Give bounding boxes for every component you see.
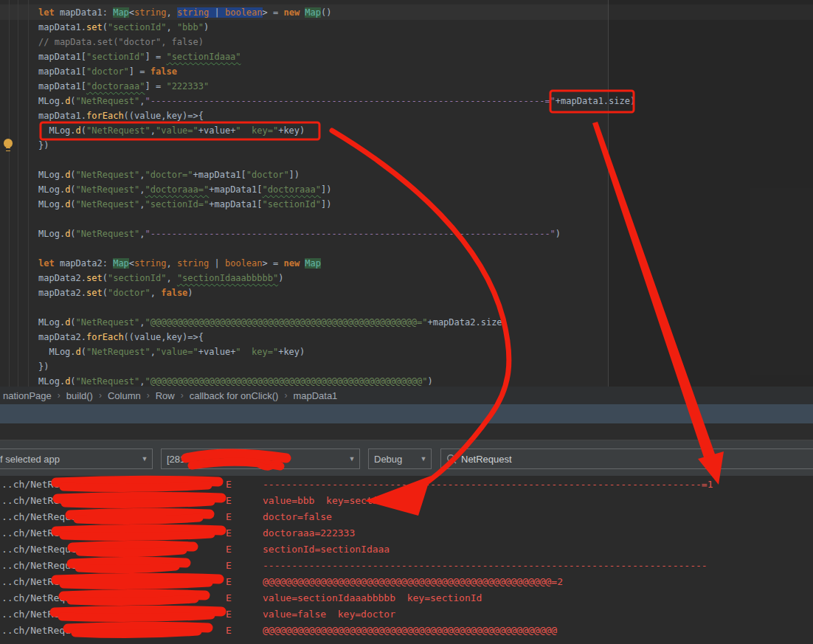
chevron-right-icon: › — [181, 390, 184, 401]
app-filter-dropdown[interactable]: f selected app ▼ — [0, 449, 153, 469]
log-message: @@@@@@@@@@@@@@@@@@@@@@@@@@@@@@@@@@@@@@@@… — [263, 574, 813, 590]
code-token: , — [151, 125, 156, 136]
code-line[interactable]: MLog.d("NetRequest","doctor="+mapData1["… — [0, 167, 813, 182]
code-line[interactable]: let mapData2: Map<string, string | boole… — [0, 256, 813, 271]
log-row[interactable]: ..ch/NetRequestEsectionId=sectionIdaaa — [0, 541, 813, 558]
code-token: "@@@@@@@@@@@@@@@@@@@@@@@@@@@@@@@@@@@@@@@… — [145, 317, 428, 328]
log-message: @@@@@@@@@@@@@@@@@@@@@@@@@@@@@@@@@@@@@@@@… — [263, 623, 813, 639]
log-row[interactable]: ..ch/NetRequestE------------------------… — [0, 558, 813, 574]
log-search-field[interactable]: NetRequest — [440, 449, 813, 469]
tool-window-header[interactable] — [0, 404, 813, 423]
code-token: ( — [103, 273, 108, 283]
code-token: ( — [70, 199, 75, 210]
code-line[interactable]: MLog.d("NetRequest","doctoraaa="+mapData… — [0, 182, 813, 197]
code-line[interactable]: MLog.d("NetRequest","sectionId="+mapData… — [0, 197, 813, 212]
code-line[interactable] — [0, 153, 813, 167]
code-token: , — [166, 22, 176, 32]
code-line[interactable]: mapData2.set("doctor", false) — [0, 285, 813, 300]
log-row[interactable]: ..ch/NetRequestEdoctoraaa=222333 — [0, 525, 813, 541]
log-level: E — [226, 509, 263, 525]
intention-bulb-icon[interactable] — [4, 139, 13, 148]
code-token: "NetRequest" — [76, 96, 140, 106]
breadcrumb-item[interactable]: mapData1 — [293, 390, 337, 401]
code-line[interactable]: MLog.d("NetRequest","value="+value+" key… — [0, 123, 813, 138]
log-tag: ..ch/NetRequest — [0, 477, 226, 493]
code-editor-lines: let mapData1: Map<string, string | boole… — [0, 5, 813, 389]
log-row[interactable]: ..ch/NetRequestE------------------------… — [0, 477, 813, 493]
code-token: boolean — [225, 7, 263, 18]
code-token: }) — [38, 140, 49, 150]
breadcrumb-item[interactable]: callback for onClick() — [190, 390, 279, 401]
log-row[interactable]: ..ch/NetRequestEvalue=false key=doctor — [0, 606, 813, 623]
chevron-right-icon: › — [284, 390, 287, 401]
log-level-dropdown[interactable]: Debug ▼ — [368, 449, 432, 469]
code-line[interactable]: }) — [0, 359, 813, 374]
process-filter-label: [281 — [162, 454, 345, 465]
breadcrumb-item[interactable]: nationPage — [3, 390, 52, 401]
code-token: " key=" — [235, 347, 278, 357]
code-token: ( — [70, 229, 75, 239]
code-line[interactable]: // mapData.set("doctor", false) — [0, 35, 813, 49]
code-line[interactable]: }) — [0, 138, 813, 153]
code-token: mapData2: — [55, 258, 113, 269]
code-token: ( — [70, 376, 75, 387]
code-token: ( — [103, 22, 108, 32]
code-token: string — [134, 7, 166, 18]
code-token: mapData1[ — [38, 66, 86, 77]
code-line[interactable]: mapData2.set("sectionId", "sectionIdaaab… — [0, 271, 813, 285]
search-input[interactable]: NetRequest — [461, 454, 512, 465]
log-tag: ..ch/NetRequest — [0, 623, 226, 639]
code-line[interactable]: mapData1["doctoraaa"] = "222333" — [0, 79, 813, 94]
code-token: "222333" — [166, 81, 209, 91]
code-line[interactable] — [0, 300, 813, 315]
code-token: "value=" — [156, 125, 198, 136]
breadcrumb-item[interactable]: Row — [156, 390, 175, 401]
log-message: value=bbb key=sectionId — [263, 493, 813, 509]
code-token: MLog. — [38, 96, 65, 106]
code-line[interactable]: mapData2.forEach((value,key)=>{ — [0, 330, 813, 344]
log-level: E — [226, 558, 263, 574]
code-token: let — [38, 258, 55, 269]
code-line[interactable]: mapData1["sectionId"] = "sectionIdaaa" — [0, 49, 813, 64]
code-token: +mapData1[ — [209, 184, 262, 195]
code-line[interactable]: mapData1.forEach((value,key)=>{ — [0, 108, 813, 123]
log-row[interactable]: ..ch/NetRequestE@@@@@@@@@@@@@@@@@@@@@@@@… — [0, 574, 813, 590]
code-token: "value=" — [156, 347, 198, 357]
code-token: string — [177, 258, 209, 269]
log-row[interactable]: ..ch/NetRequestEvalue=bbb key=sectionId — [0, 493, 813, 509]
log-tag: ..ch/NetRequest — [0, 493, 226, 509]
log-tag: ..ch/NetRequest — [0, 525, 226, 541]
code-line[interactable]: MLog.d("NetRequest","-------------------… — [0, 226, 813, 241]
log-console[interactable]: ..ch/NetRequestE------------------------… — [0, 476, 813, 644]
code-line[interactable] — [0, 212, 813, 226]
code-line[interactable]: mapData1.set("sectionId", "bbb") — [0, 20, 813, 35]
code-token: Map — [305, 7, 321, 18]
code-token: "sectionIdaaabbbbb" — [177, 273, 278, 283]
code-line[interactable]: MLog.d("NetRequest","@@@@@@@@@@@@@@@@@@@… — [0, 315, 813, 330]
log-message: ----------------------------------------… — [263, 558, 813, 574]
code-token: ( — [70, 184, 75, 195]
code-line[interactable]: MLog.d("NetRequest","-------------------… — [0, 94, 813, 108]
code-editor[interactable]: let mapData1: Map<string, string | boole… — [0, 0, 813, 387]
search-icon — [446, 454, 457, 464]
code-line[interactable]: let mapData1: Map<string, string | boole… — [0, 5, 813, 20]
code-token: | — [209, 258, 225, 269]
breadcrumb-item[interactable]: build() — [66, 390, 93, 401]
code-token: ) — [427, 376, 432, 387]
code-line[interactable] — [0, 241, 813, 256]
code-token: "doctoraaa" — [262, 184, 320, 195]
code-line[interactable]: mapData1["doctor"] = false — [0, 64, 813, 79]
breadcrumb-item[interactable]: Column — [108, 390, 141, 401]
code-token: , — [151, 288, 161, 298]
code-token: , — [166, 258, 176, 269]
code-line[interactable]: MLog.d("NetRequest","value="+value+" key… — [0, 344, 813, 359]
code-token: d — [76, 347, 81, 357]
log-tag: ..ch/NetRequest — [0, 574, 226, 590]
code-token: ) — [204, 22, 209, 32]
log-row[interactable]: ..ch/NetRequestE@@@@@@@@@@@@@@@@@@@@@@@@… — [0, 623, 813, 639]
chevron-down-icon: ▼ — [416, 455, 431, 463]
log-row[interactable]: ..ch/NetRequestEvalue=sectionIdaaabbbbb … — [0, 590, 813, 606]
process-filter-dropdown[interactable]: [281 ▼ — [161, 449, 360, 469]
code-token: forEach — [86, 332, 124, 342]
log-row[interactable]: ..ch/NetRequestEdoctor=false — [0, 509, 813, 525]
